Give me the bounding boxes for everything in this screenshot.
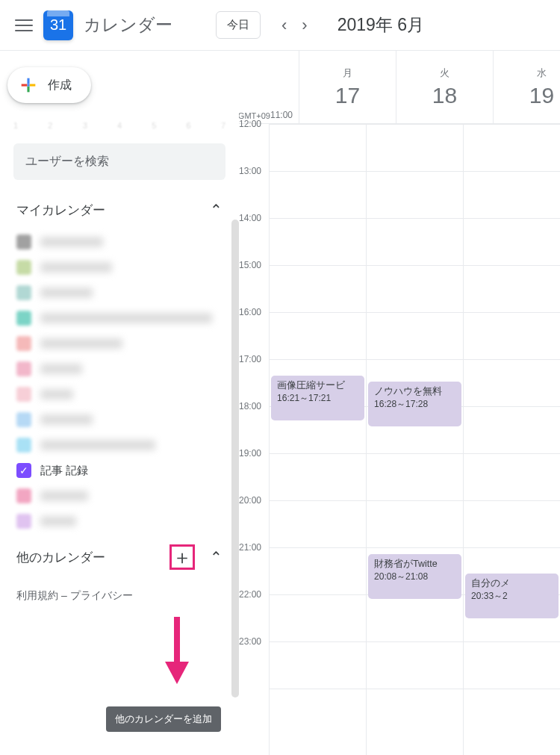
calendar-checkbox[interactable] (16, 336, 31, 351)
time-label: 18:00 (239, 401, 269, 448)
calendar-label (40, 389, 73, 400)
calendar-list-item[interactable] (13, 356, 225, 382)
event-title: ノウハウを無料 (374, 385, 455, 398)
footer-links: 利用規約 – プライバシー (0, 577, 239, 615)
other-calendars-label: 他のカレンダー (16, 549, 105, 566)
calendar-checkbox[interactable] (16, 438, 31, 453)
chevron-up-icon: ⌃ (210, 201, 223, 219)
calendar-label (40, 262, 112, 273)
privacy-link[interactable]: プライバシー (70, 589, 133, 601)
time-label: 13:00 (239, 166, 269, 213)
calendar-list-item[interactable] (13, 483, 225, 509)
day-header: 火18 (396, 51, 493, 123)
calendar-checkbox[interactable] (16, 361, 31, 376)
event-title: 画像圧縮サービ (277, 379, 358, 392)
calendar-event[interactable]: 画像圧縮サービ16:21～17:21 (271, 376, 364, 420)
calendar-label (40, 491, 88, 501)
terms-link[interactable]: 利用規約 (16, 589, 58, 601)
calendar-label (40, 288, 93, 298)
event-time: 20:08～21:08 (374, 571, 455, 583)
prev-period-button[interactable]: ‹ (274, 13, 294, 38)
day-column[interactable]: 自分のメ20:33～2 (463, 124, 560, 755)
calendar-list-item[interactable] (13, 382, 225, 407)
event-time: 16:28～17:28 (374, 398, 455, 411)
calendar-list-item[interactable] (13, 255, 225, 280)
time-label: 16:00 (239, 307, 269, 354)
time-label: 17:00 (239, 354, 269, 401)
calendar-list-item[interactable] (13, 229, 225, 255)
day-name-label: 火 (440, 66, 449, 80)
calendar-checkbox[interactable] (16, 260, 31, 275)
time-label: 20:00 (239, 495, 269, 542)
calendar-checkbox[interactable] (16, 387, 31, 402)
calendar-label (40, 440, 155, 450)
calendar-list-item[interactable] (13, 407, 225, 432)
calendar-list: ✓記事 記録 (0, 226, 239, 537)
create-button[interactable]: 作成 (7, 67, 91, 103)
calendar-checkbox[interactable] (16, 488, 31, 503)
calendar-event[interactable]: ノウハウを無料16:28～17:28 (368, 382, 461, 426)
time-label: 14:00 (239, 213, 269, 260)
calendar-list-item[interactable] (13, 305, 225, 331)
timezone-label: GMT+0911:00 (239, 51, 299, 123)
time-label: 22:00 (239, 589, 269, 636)
today-button[interactable]: 今日 (216, 11, 261, 39)
day-name-label: 月 (343, 66, 352, 80)
calendar-label (40, 338, 122, 349)
add-calendar-highlight: ＋ (169, 544, 195, 570)
time-label: 15:00 (239, 260, 269, 307)
search-people-input[interactable]: ユーザーを検索 (13, 143, 225, 180)
calendar-label (40, 516, 76, 526)
calendar-label (40, 414, 93, 425)
calendar-label (40, 364, 82, 374)
day-column[interactable]: ノウハウを無料16:28～17:28財務省がTwitte20:08～21:08 (366, 124, 463, 755)
calendar-list-item[interactable]: ✓記事 記録 (13, 458, 225, 483)
my-calendars-header[interactable]: マイカレンダー ⌃ (0, 193, 239, 226)
calendar-checkbox[interactable] (16, 234, 31, 249)
day-name-label: 水 (537, 66, 547, 80)
event-title: 自分のメ (471, 577, 553, 590)
time-label: 21:00 (239, 542, 269, 589)
add-calendar-button[interactable]: ＋ (172, 547, 192, 567)
calendar-checkbox[interactable]: ✓ (16, 463, 31, 478)
calendar-checkbox[interactable] (16, 311, 31, 326)
date-range-label: 2019年 6月 (337, 13, 424, 37)
event-time: 16:21～17:21 (277, 392, 358, 405)
svg-rect-0 (27, 84, 29, 86)
day-column[interactable]: 画像圧縮サービ16:21～17:21 (269, 124, 366, 755)
day-header: 月17 (299, 51, 396, 123)
day-number-label: 19 (529, 83, 554, 108)
sidebar-scrollbar[interactable] (231, 220, 239, 697)
plus-multicolor-icon (18, 75, 39, 96)
time-label: 19:00 (239, 448, 269, 495)
add-calendar-tooltip: 他のカレンダーを追加 (106, 706, 221, 732)
calendar-event[interactable]: 自分のメ20:33～2 (465, 574, 559, 618)
calendar-list-item[interactable] (13, 509, 225, 534)
event-time: 20:33～2 (471, 590, 553, 603)
day-number-label: 17 (335, 83, 360, 108)
hamburger-menu-icon[interactable] (15, 16, 33, 34)
calendar-list-item[interactable] (13, 280, 225, 305)
my-calendars-label: マイカレンダー (16, 202, 105, 219)
day-header: 水19 (493, 51, 560, 123)
mini-calendar-row: 1234567 (0, 116, 239, 131)
time-label: 12:00 (239, 119, 269, 166)
calendar-logo: 31 (43, 10, 73, 40)
calendar-checkbox[interactable] (16, 514, 31, 529)
calendar-label (40, 313, 212, 323)
calendar-event[interactable]: 財務省がTwitte20:08～21:08 (368, 554, 461, 599)
calendar-label: 記事 記録 (40, 464, 88, 478)
calendar-list-item[interactable] (13, 432, 225, 458)
next-period-button[interactable]: › (294, 13, 314, 38)
calendar-list-item[interactable] (13, 331, 225, 356)
create-label: 作成 (48, 78, 72, 93)
day-number-label: 18 (432, 83, 457, 108)
other-calendars-header[interactable]: 他のカレンダー ＋ ⌃ (0, 537, 239, 577)
calendar-checkbox[interactable] (16, 412, 31, 427)
chevron-up-icon: ⌃ (210, 548, 223, 566)
calendar-checkbox[interactable] (16, 285, 31, 300)
time-label: 23:00 (239, 636, 269, 683)
app-title: カレンダー (84, 13, 172, 37)
event-title: 財務省がTwitte (374, 558, 455, 571)
calendar-label (40, 237, 103, 247)
